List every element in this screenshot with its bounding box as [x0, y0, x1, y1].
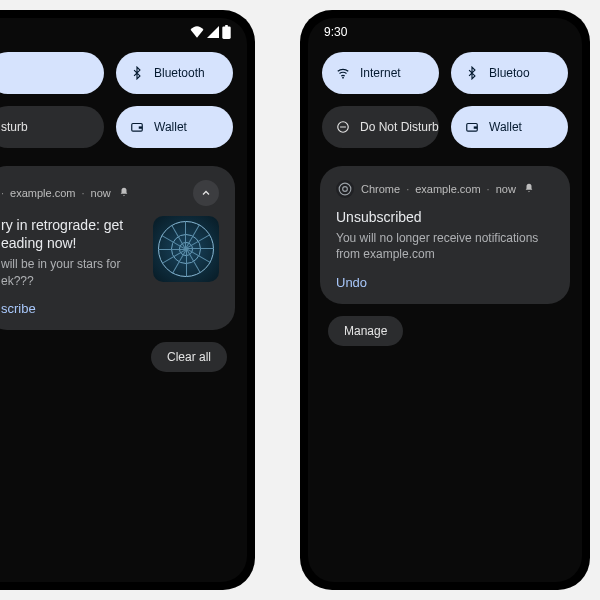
notif-footer: Manage: [308, 304, 582, 358]
svg-point-10: [343, 187, 348, 192]
collapse-button[interactable]: [193, 180, 219, 206]
qs-row-1: Internet Bluetoo: [308, 46, 582, 100]
notification-card[interactable]: Chrome · example.com · now Unsubscribed …: [320, 166, 570, 304]
notification-card[interactable]: · example.com · now ry in retrograde: ge…: [0, 166, 235, 330]
qs-tile-wallet[interactable]: Wallet: [116, 106, 233, 148]
notif-time: now: [496, 183, 516, 195]
notif-time: now: [91, 187, 111, 199]
bell-icon: [119, 187, 129, 199]
svg-rect-3: [139, 126, 143, 128]
chrome-icon: [336, 180, 354, 198]
qs-tile-internet[interactable]: Internet: [322, 52, 439, 94]
battery-icon: [222, 25, 231, 39]
notif-footer: Clear all: [0, 330, 247, 384]
notif-thumbnail: [153, 216, 219, 282]
bluetooth-icon: [130, 66, 144, 80]
manage-button[interactable]: Manage: [328, 316, 403, 346]
svg-rect-0: [222, 26, 230, 39]
signal-icon: [207, 26, 219, 38]
qs-tile-bluetooth[interactable]: Bluetooth: [116, 52, 233, 94]
undo-action[interactable]: Undo: [336, 275, 554, 290]
svg-rect-8: [474, 126, 478, 128]
dnd-icon: [336, 120, 350, 134]
svg-rect-1: [225, 25, 228, 27]
unsubscribe-action[interactable]: scribe: [1, 301, 219, 316]
notif-title: Unsubscribed: [336, 208, 554, 226]
bell-icon: [524, 183, 534, 195]
status-bar: 9:30: [308, 18, 582, 46]
qs-row-2: Do Not Disturb Wallet: [308, 100, 582, 154]
wallet-icon: [130, 120, 144, 134]
notif-app: Chrome: [361, 183, 400, 195]
qs-row-1: Bluetooth: [0, 46, 247, 100]
qs-tile[interactable]: [0, 52, 104, 94]
wifi-icon: [336, 66, 350, 80]
wallet-icon: [465, 120, 479, 134]
notif-source: example.com: [415, 183, 480, 195]
qs-tile-dnd[interactable]: Do Not Disturb: [322, 106, 439, 148]
status-time: 9:30: [324, 25, 347, 39]
qs-tile-bluetooth[interactable]: Bluetoo: [451, 52, 568, 94]
notif-source: example.com: [10, 187, 75, 199]
status-bar: [0, 18, 247, 46]
clear-all-button[interactable]: Clear all: [151, 342, 227, 372]
bluetooth-icon: [465, 66, 479, 80]
svg-point-9: [339, 183, 351, 195]
wifi-icon: [190, 26, 204, 38]
notif-header: Chrome · example.com · now: [336, 180, 554, 198]
qs-tile-dnd[interactable]: sturb: [0, 106, 104, 148]
notif-subtitle: You will no longer receive notifications…: [336, 230, 554, 262]
phone-right: 9:30 Internet Bluetoo Do Not Dist: [300, 10, 590, 590]
qs-tile-wallet[interactable]: Wallet: [451, 106, 568, 148]
svg-point-4: [342, 77, 344, 79]
qs-row-2: sturb Wallet: [0, 100, 247, 154]
notif-subtitle: will be in your stars for ek???: [1, 256, 141, 288]
chevron-up-icon: [200, 187, 212, 199]
phone-left: Bluetooth sturb Wallet · example.com · n…: [0, 10, 255, 590]
notif-header: · example.com · now: [1, 180, 219, 206]
notif-title: ry in retrograde: get eading now!: [1, 216, 141, 252]
